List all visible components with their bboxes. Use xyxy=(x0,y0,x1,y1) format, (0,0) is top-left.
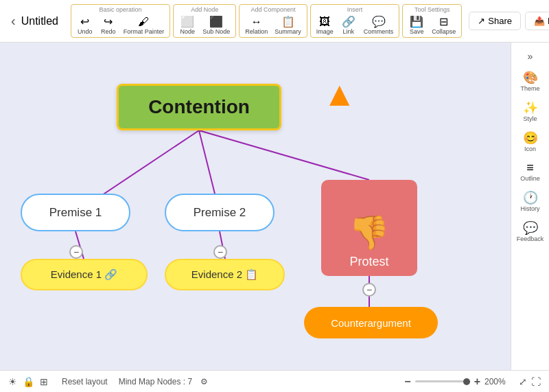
sidebar-outline-button[interactable]: ≡ Outline xyxy=(514,158,547,185)
premise1-node[interactable]: Premise 1 xyxy=(21,194,130,231)
node-button[interactable]: ⬜ Node xyxy=(176,14,198,36)
zoom-minus-button[interactable]: − xyxy=(404,376,410,388)
redo-button[interactable]: ↪ Redo xyxy=(97,14,119,36)
main-area: ▲ Contention Premise 1 − Premise 2 − 👎 P… xyxy=(0,43,549,370)
theme-icon: 🎨 xyxy=(523,70,538,85)
contention-node[interactable]: Contention xyxy=(117,84,281,130)
undo-button[interactable]: ↩ Undo xyxy=(74,14,96,36)
image-button[interactable]: 🖼 Image xyxy=(314,14,336,36)
toolbar-group-insert: Insert 🖼 Image 🔗 Link 💬 Comments xyxy=(310,4,400,38)
image-label: Image xyxy=(316,28,334,35)
share-button[interactable]: ↗ Share xyxy=(469,12,521,30)
zoom-level-label: 200% xyxy=(484,377,511,387)
premise2-collapse-btn[interactable]: − xyxy=(213,245,227,259)
relation-button[interactable]: ↔ Relation xyxy=(242,14,270,36)
redo-icon: ↪ xyxy=(104,15,113,28)
sun-icon[interactable]: ☀ xyxy=(8,376,17,387)
link-label: Link xyxy=(343,28,355,35)
node-icon: ⬜ xyxy=(180,15,194,28)
premise1-label: Premise 1 xyxy=(49,206,102,220)
undo-label: Undo xyxy=(78,28,93,35)
style-icon: ✨ xyxy=(523,100,538,115)
sidebar-style-button[interactable]: ✨ Style xyxy=(514,97,547,125)
grid-icon[interactable]: ⊞ xyxy=(40,376,48,387)
reset-layout-button[interactable]: Reset layout xyxy=(62,377,108,387)
evidence1-node[interactable]: Evidence 1 🔗 xyxy=(21,259,148,290)
protest-node[interactable]: 👎 Protest xyxy=(321,180,417,276)
outline-icon: ≡ xyxy=(526,161,534,175)
sidebar-collapse-button[interactable]: » xyxy=(525,48,536,65)
toolbar: ‹ Untitled Basic operation ↩ Undo ↪ Redo… xyxy=(0,0,549,43)
style-label: Style xyxy=(523,115,537,122)
group-items-insert: 🖼 Image 🔗 Link 💬 Comments xyxy=(314,14,397,36)
relation-label: Relation xyxy=(245,28,268,35)
group-items-add-component: ↔ Relation 📋 Summary xyxy=(242,14,304,36)
group-label-tool-settings: Tool Settings xyxy=(406,6,458,13)
feedback-icon: 💬 xyxy=(523,220,538,235)
summary-icon: 📋 xyxy=(281,15,295,28)
comments-button[interactable]: 💬 Comments xyxy=(361,14,397,36)
format-painter-icon: 🖌 xyxy=(138,15,149,28)
sidebar-feedback-button[interactable]: 💬 Feedback xyxy=(514,218,547,245)
share-label: Share xyxy=(488,16,512,26)
arrow-up-indicator: ▲ xyxy=(323,77,357,111)
format-painter-label: Format Painter xyxy=(124,28,165,35)
expand-icon-2[interactable]: ⛶ xyxy=(531,376,541,387)
history-label: History xyxy=(520,205,539,212)
zoom-controls: − + 200% xyxy=(404,376,511,388)
premise1-collapse-btn[interactable]: − xyxy=(69,245,83,259)
sidebar-theme-button[interactable]: 🎨 Theme xyxy=(514,67,547,95)
group-items-basic: ↩ Undo ↪ Redo 🖌 Format Painter xyxy=(74,14,167,36)
evidence2-label: Evidence 2 📋 xyxy=(191,268,258,281)
save-button[interactable]: 💾 Save xyxy=(406,14,428,36)
right-sidebar: » 🎨 Theme ✨ Style 😊 Icon ≡ Outline 🕐 His… xyxy=(511,43,549,370)
doc-title[interactable]: Untitled xyxy=(21,15,62,27)
counterargument-label: Counterargument xyxy=(331,317,411,329)
expand-icons: ⤢ ⛶ xyxy=(519,376,541,387)
protest-collapse-btn[interactable]: − xyxy=(362,283,376,297)
collapse-label: Collapse xyxy=(432,28,456,35)
toolbar-group-add-component: Add Component ↔ Relation 📋 Summary xyxy=(239,4,307,38)
format-painter-button[interactable]: 🖌 Format Painter xyxy=(121,14,167,36)
zoom-plus-button[interactable]: + xyxy=(474,376,480,388)
link-button[interactable]: 🔗 Link xyxy=(338,14,360,36)
toolbar-group-tool-settings: Tool Settings 💾 Save ⊟ Collapse xyxy=(402,4,462,38)
protest-label: Protest xyxy=(349,255,388,269)
export-button[interactable]: 📤 Export xyxy=(525,12,549,30)
link-icon: 🔗 xyxy=(342,15,355,28)
contention-label: Contention xyxy=(148,96,250,118)
node-label: Node xyxy=(180,28,195,35)
icon-icon: 😊 xyxy=(523,130,538,146)
counterargument-node[interactable]: Counterargument xyxy=(304,307,438,338)
toolbar-groups: Basic operation ↩ Undo ↪ Redo 🖌 Format P… xyxy=(71,4,464,38)
expand-icon-1[interactable]: ⤢ xyxy=(519,376,527,387)
mind-map-canvas[interactable]: ▲ Contention Premise 1 − Premise 2 − 👎 P… xyxy=(0,43,511,370)
feedback-label: Feedback xyxy=(517,235,544,242)
lock-icon[interactable]: 🔒 xyxy=(23,376,34,387)
collapse-button[interactable]: ⊟ Collapse xyxy=(429,14,458,36)
zoom-thumb[interactable] xyxy=(463,378,470,385)
redo-label: Redo xyxy=(101,28,116,35)
toolbar-group-add-node: Add Node ⬜ Node ⬛ Sub Node xyxy=(173,4,236,38)
share-icon: ↗ xyxy=(478,16,485,26)
premise2-node[interactable]: Premise 2 xyxy=(165,194,274,231)
undo-icon: ↩ xyxy=(80,15,89,28)
protest-thumb-icon: 👎 xyxy=(349,214,390,252)
outline-label: Outline xyxy=(520,175,540,182)
settings-dot-icon[interactable]: ⚙ xyxy=(200,377,208,387)
group-label-add-node: Add Node xyxy=(176,6,233,13)
toolbar-group-basic: Basic operation ↩ Undo ↪ Redo 🖌 Format P… xyxy=(71,4,171,38)
sidebar-history-button[interactable]: 🕐 History xyxy=(514,187,547,215)
svg-line-2 xyxy=(199,130,369,180)
sub-node-label: Sub Node xyxy=(202,28,230,35)
history-icon: 🕐 xyxy=(523,190,538,205)
evidence2-node[interactable]: Evidence 2 📋 xyxy=(165,259,285,290)
bottom-icons-group: ☀ 🔒 ⊞ xyxy=(8,376,48,387)
image-icon: 🖼 xyxy=(319,15,330,28)
zoom-slider[interactable] xyxy=(415,380,470,382)
summary-button[interactable]: 📋 Summary xyxy=(272,14,304,36)
sidebar-icon-button[interactable]: 😊 Icon xyxy=(514,128,547,155)
share-export-group: ↗ Share 📤 Export xyxy=(469,12,549,30)
sub-node-button[interactable]: ⬛ Sub Node xyxy=(200,14,233,36)
back-button[interactable]: ‹ xyxy=(5,10,21,32)
